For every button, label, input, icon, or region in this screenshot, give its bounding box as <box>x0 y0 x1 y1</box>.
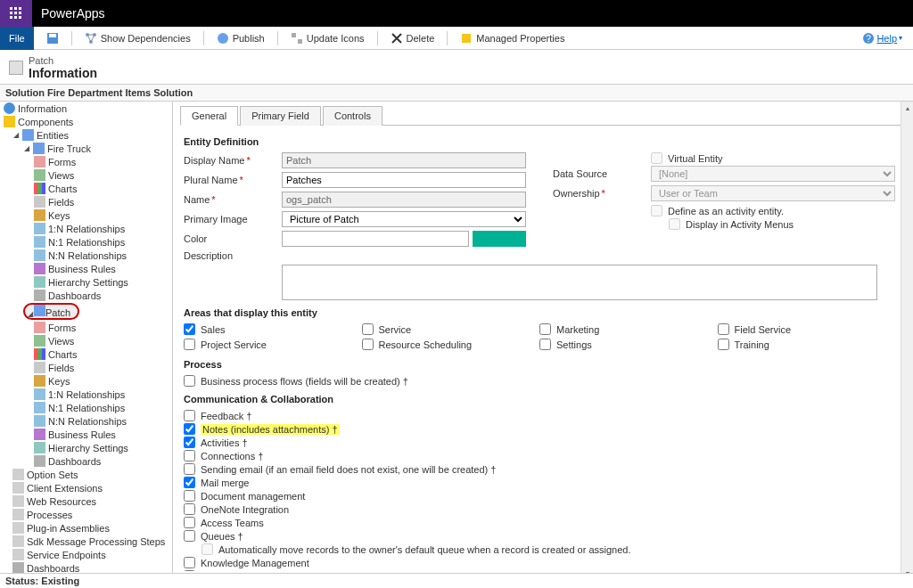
tree-charts[interactable]: Charts <box>0 182 172 195</box>
activities-checkbox[interactable] <box>184 437 195 448</box>
tree-patch-hierarchy[interactable]: Hierarchy Settings <box>0 441 172 454</box>
name-input[interactable] <box>282 192 526 208</box>
color-input[interactable] <box>282 231 469 247</box>
queues-checkbox[interactable] <box>184 530 195 542</box>
tree-fire-truck[interactable]: ◢Fire Truck <box>0 142 172 155</box>
tree-dashboards[interactable]: Dashboards <box>0 289 172 302</box>
tree-patch-1n-rel[interactable]: 1:N Relationships <box>0 388 172 401</box>
page-title: Information <box>29 66 97 80</box>
tree-views[interactable]: Views <box>0 168 172 182</box>
file-tab[interactable]: File <box>0 27 34 50</box>
tree-sdk-steps[interactable]: Sdk Message Processing Steps <box>0 535 172 548</box>
tab-controls[interactable]: Controls <box>323 106 382 126</box>
managed-properties-button[interactable]: Managed Properties <box>456 32 568 45</box>
name-label: Name <box>184 194 282 205</box>
section-entity-definition: Entity Definition <box>184 136 895 147</box>
primary-image-label: Primary Image <box>184 214 282 225</box>
tree-service-endpoints[interactable]: Service Endpoints <box>0 548 172 561</box>
description-textarea[interactable] <box>282 265 877 300</box>
area-settings-checkbox[interactable] <box>539 339 551 350</box>
separator <box>71 31 72 45</box>
tree-keys[interactable]: Keys <box>0 208 172 222</box>
area-project-service-checkbox[interactable] <box>184 339 195 350</box>
tree-information[interactable]: Information <box>0 102 172 115</box>
tree-1n-rel[interactable]: 1:N Relationships <box>0 222 172 235</box>
tree-fields[interactable]: Fields <box>0 195 172 208</box>
update-icons-icon <box>291 32 303 45</box>
mail-merge-label: Mail merge <box>201 478 249 488</box>
tree-patch-forms[interactable]: Forms <box>0 321 172 334</box>
mail-merge-checkbox[interactable] <box>184 477 195 488</box>
knowledge-checkbox[interactable] <box>184 557 195 568</box>
color-swatch[interactable] <box>473 231 526 247</box>
area-marketing-checkbox[interactable] <box>539 323 551 335</box>
area-marketing-label: Marketing <box>556 324 599 335</box>
area-resource-scheduling-label: Resource Scheduling <box>379 339 473 350</box>
color-label: Color <box>184 233 282 244</box>
tree-processes[interactable]: Processes <box>0 508 172 521</box>
update-icons-button[interactable]: Update Icons <box>287 32 368 45</box>
chevron-down-icon: ▾ <box>899 34 902 42</box>
tree-patch-dashboards[interactable]: Dashboards <box>0 454 172 468</box>
tree-patch[interactable]: ◢Patch <box>0 302 172 321</box>
help-button[interactable]: ?Help▾ <box>859 32 906 45</box>
tree-patch-nn-rel[interactable]: N:N Relationships <box>0 414 172 428</box>
area-resource-scheduling-checkbox[interactable] <box>362 339 374 350</box>
sending-email-checkbox[interactable] <box>184 463 195 475</box>
primary-image-select[interactable]: Picture of Patch <box>282 211 526 227</box>
tree-forms[interactable]: Forms <box>0 155 172 168</box>
activity-entity-label: Define as an activity entity. <box>668 206 784 216</box>
svg-point-14 <box>218 33 228 44</box>
tree-patch-keys[interactable]: Keys <box>0 374 172 388</box>
doc-mgmt-checkbox[interactable] <box>184 490 195 502</box>
tree-hierarchy[interactable]: Hierarchy Settings <box>0 275 172 289</box>
waffle-menu[interactable] <box>0 0 32 27</box>
tree-client-extensions[interactable]: Client Extensions <box>0 481 172 494</box>
tree-plugin-assemblies[interactable]: Plug-in Assemblies <box>0 521 172 535</box>
publish-button[interactable]: Publish <box>213 32 268 45</box>
tree-patch-fields[interactable]: Fields <box>0 361 172 374</box>
sla-checkbox[interactable] <box>184 570 195 571</box>
tree-components[interactable]: Components <box>0 115 172 128</box>
access-teams-label: Access Teams <box>201 518 264 528</box>
save-button[interactable] <box>43 32 62 45</box>
delete-button[interactable]: Delete <box>387 32 439 45</box>
tree-patch-biz-rules[interactable]: Business Rules <box>0 428 172 441</box>
area-sales-checkbox[interactable] <box>184 323 195 335</box>
expand-icon[interactable]: ◢ <box>12 132 20 139</box>
access-teams-checkbox[interactable] <box>184 517 195 528</box>
tab-general[interactable]: General <box>180 106 238 126</box>
area-project-service-label: Project Service <box>201 339 267 350</box>
area-training-checkbox[interactable] <box>718 339 729 350</box>
bpf-label: Business process flows (fields will be c… <box>201 376 408 387</box>
tree-n1-rel[interactable]: N:1 Relationships <box>0 235 172 249</box>
expand-icon[interactable]: ◢ <box>27 311 34 318</box>
tree-option-sets[interactable]: Option Sets <box>0 468 172 481</box>
tree-entities[interactable]: ◢Entities <box>0 128 172 142</box>
notes-checkbox[interactable] <box>184 423 195 435</box>
scrollbar[interactable]: ▴ ▾ <box>901 102 913 579</box>
tree-biz-rules[interactable]: Business Rules <box>0 262 172 275</box>
tree-patch-charts[interactable]: Charts <box>0 347 172 361</box>
plural-name-input[interactable] <box>282 172 526 188</box>
feedback-checkbox[interactable] <box>184 410 195 421</box>
tree-patch-n1-rel[interactable]: N:1 Relationships <box>0 401 172 414</box>
scroll-up-icon[interactable]: ▴ <box>901 102 913 114</box>
app-topbar: PowerApps <box>0 0 913 27</box>
tab-primary-field[interactable]: Primary Field <box>240 106 321 126</box>
endpoint-icon <box>12 549 24 560</box>
tree-nn-rel[interactable]: N:N Relationships <box>0 249 172 262</box>
field-icon <box>34 196 45 208</box>
display-name-input[interactable] <box>282 152 526 168</box>
connections-checkbox[interactable] <box>184 450 195 461</box>
tree-web-resources[interactable]: Web Resources <box>0 494 172 508</box>
description-label: Description <box>184 250 282 261</box>
dependencies-icon <box>85 32 97 45</box>
bpf-checkbox[interactable] <box>184 375 195 387</box>
expand-icon[interactable]: ◢ <box>23 145 30 152</box>
tree-patch-views[interactable]: Views <box>0 334 172 347</box>
show-dependencies-button[interactable]: Show Dependencies <box>81 32 194 45</box>
onenote-checkbox[interactable] <box>184 503 195 515</box>
area-field-service-checkbox[interactable] <box>718 323 729 335</box>
area-service-checkbox[interactable] <box>362 323 374 335</box>
